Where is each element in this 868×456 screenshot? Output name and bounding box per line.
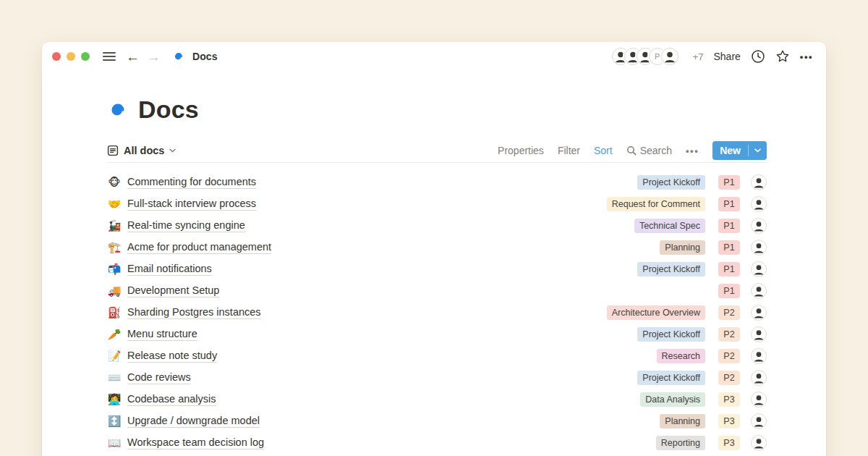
doc-title-link[interactable]: Upgrade / downgrade model (127, 415, 260, 428)
doc-priority-badge[interactable]: P3 (718, 414, 740, 428)
doc-row[interactable]: 🚂 Real-time syncing engine Technical Spe… (107, 215, 767, 237)
doc-tag-badge[interactable]: Data Analysis (640, 392, 705, 407)
doc-priority-badge[interactable]: P1 (718, 219, 740, 233)
doc-owner-avatar[interactable] (751, 196, 767, 212)
doc-row[interactable]: 🏗️ Acme for product management Planning … (107, 237, 767, 258)
doc-owner-avatar[interactable] (751, 261, 767, 277)
doc-owner-avatar[interactable] (751, 370, 767, 386)
doc-owner-avatar[interactable] (751, 413, 767, 429)
new-doc-button[interactable]: New (712, 141, 767, 160)
doc-priority-badge[interactable]: P2 (718, 305, 740, 320)
doc-title-link[interactable]: Real-time syncing engine (127, 219, 245, 232)
doc-owner-avatar[interactable] (751, 435, 767, 451)
person-portrait-icon (752, 219, 766, 233)
new-doc-dropdown[interactable] (749, 141, 767, 160)
doc-emoji-icon: 🚂 (107, 221, 122, 232)
doc-owner-avatar[interactable] (751, 392, 767, 408)
doc-tag-badge[interactable]: Research (657, 349, 706, 363)
doc-row[interactable]: 📖 Workspace team decision log Reporting … (107, 432, 767, 454)
view-more-icon[interactable]: ••• (686, 145, 699, 156)
docs-spiral-icon (107, 99, 129, 121)
doc-tag-badge[interactable]: Reporting (656, 436, 705, 450)
doc-title-link[interactable]: Commenting for documents (127, 176, 256, 189)
doc-title-link[interactable]: Full-stack interview process (127, 198, 256, 211)
doc-tag-badge[interactable]: Request for Comment (607, 197, 705, 211)
close-window-button[interactable] (52, 52, 61, 61)
doc-priority-badge[interactable]: P2 (718, 349, 740, 363)
collaborator-avatars[interactable]: P (612, 48, 678, 65)
doc-tag-badge[interactable]: Project Kickoff (637, 371, 705, 385)
doc-emoji-icon: 🐵 (107, 177, 122, 188)
doc-list: 🐵 Commenting for documents Project Kicko… (107, 172, 767, 456)
doc-row[interactable]: ⌨️ Code reviews Project Kickoff P2 (107, 367, 767, 389)
doc-priority-badge[interactable]: P3 (718, 436, 740, 450)
maximize-window-button[interactable] (81, 52, 90, 61)
doc-tag-badge[interactable]: Planning (660, 414, 705, 428)
doc-owner-avatar[interactable] (751, 348, 767, 364)
doc-title-link[interactable]: Release note study (127, 350, 217, 363)
back-arrow-icon[interactable]: ← (126, 50, 140, 64)
doc-emoji-icon: 📖 (107, 438, 122, 449)
search-button[interactable]: Search (626, 145, 672, 156)
doc-row[interactable]: 👩‍💻 Codebase analysis Data Analysis P3 (107, 389, 767, 410)
sidebar-menu-icon[interactable] (103, 52, 116, 61)
person-portrait-icon (752, 349, 766, 363)
doc-priority-badge[interactable]: P1 (718, 262, 740, 276)
doc-row[interactable]: 📝 Release note study Research P2 (107, 345, 767, 367)
doc-row[interactable]: 🚚 Development Setup P1 (107, 280, 767, 302)
doc-title-link[interactable]: Acme for product management (127, 241, 271, 254)
doc-tag-badge[interactable]: Architecture Overview (607, 305, 705, 320)
doc-title-link[interactable]: Workspace team decision log (127, 436, 264, 449)
page-header: Docs (107, 96, 767, 124)
doc-owner-avatar[interactable] (751, 283, 767, 299)
doc-tag-badge[interactable]: Project Kickoff (637, 175, 705, 190)
doc-emoji-icon: 📬 (107, 264, 122, 275)
doc-owner-avatar[interactable] (751, 174, 767, 190)
app-logo-spiral-icon (172, 50, 185, 63)
doc-priority-badge[interactable]: P1 (718, 240, 740, 255)
favorite-star-icon[interactable] (775, 49, 790, 64)
doc-tag-badge[interactable]: Project Kickoff (637, 327, 705, 342)
doc-title-link[interactable]: Menu structure (127, 328, 197, 341)
person-portrait-icon (752, 175, 766, 190)
doc-priority-badge[interactable]: P1 (718, 175, 740, 190)
doc-owner-avatar[interactable] (751, 240, 767, 256)
doc-title-link[interactable]: Sharding Postgres instances (127, 306, 261, 319)
doc-title-link[interactable]: Development Setup (127, 284, 219, 297)
sort-button[interactable]: Sort (594, 145, 613, 156)
doc-title-link[interactable]: Code reviews (127, 371, 191, 384)
history-clock-icon[interactable] (751, 49, 765, 64)
person-portrait-icon (752, 305, 766, 320)
doc-priority-badge[interactable]: P1 (718, 284, 740, 298)
doc-title-link[interactable]: Codebase analysis (127, 393, 216, 406)
doc-priority-badge[interactable]: P1 (718, 197, 740, 211)
share-button[interactable]: Share (713, 51, 740, 62)
minimize-window-button[interactable] (67, 52, 75, 61)
doc-owner-avatar[interactable] (751, 326, 767, 342)
doc-row[interactable]: ⛽ Sharding Postgres instances Architectu… (107, 302, 767, 324)
chevron-down-icon (754, 148, 761, 153)
doc-row[interactable]: 🐵 Commenting for documents Project Kicko… (107, 172, 767, 193)
doc-priority-badge[interactable]: P2 (718, 327, 740, 342)
filter-button[interactable]: Filter (558, 145, 580, 156)
doc-owner-avatar[interactable] (751, 305, 767, 321)
more-options-icon[interactable]: ••• (800, 51, 813, 62)
doc-tag-badge[interactable]: Project Kickoff (637, 262, 705, 276)
doc-row[interactable]: 📬 Email notifications Project Kickoff P1 (107, 258, 767, 280)
avatar[interactable] (661, 48, 678, 65)
doc-tag-badge[interactable]: Planning (660, 240, 705, 255)
doc-row[interactable]: 🤝 Full-stack interview process Request f… (107, 193, 767, 215)
doc-row[interactable]: ↕️ Upgrade / downgrade model Planning P3 (107, 410, 767, 432)
doc-row[interactable]: 🥕 Menu structure Project Kickoff P2 (107, 324, 767, 345)
doc-priority-badge[interactable]: P3 (718, 392, 740, 407)
doc-title-link[interactable]: Email notifications (127, 263, 212, 276)
doc-priority-badge[interactable]: P2 (718, 371, 740, 385)
forward-arrow-icon[interactable]: → (147, 50, 161, 64)
person-portrait-icon (752, 414, 766, 428)
doc-tag-badge[interactable]: Technical Spec (634, 219, 705, 233)
person-portrait-icon (752, 371, 766, 385)
properties-button[interactable]: Properties (498, 145, 544, 156)
view-switcher[interactable]: All docs (107, 145, 176, 156)
doc-owner-avatar[interactable] (751, 218, 767, 234)
doc-list-icon (107, 145, 119, 156)
